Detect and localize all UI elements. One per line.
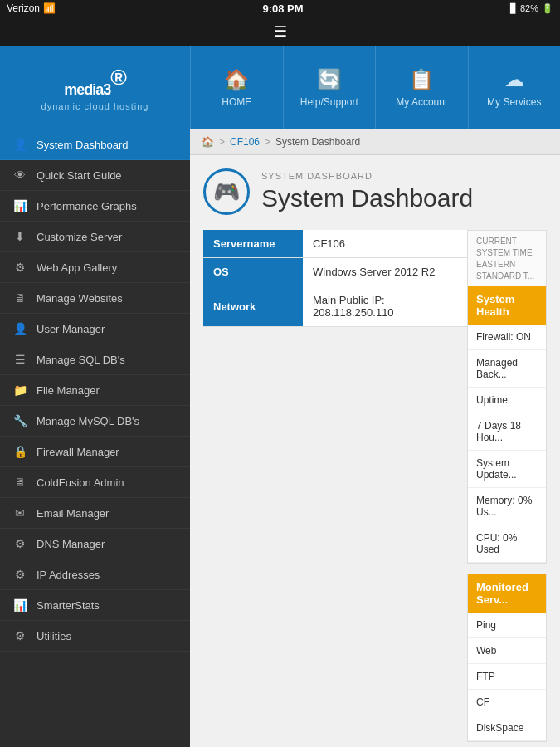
server-val-servername: CF106 <box>303 230 467 258</box>
content-area: 🏠 > CF106 > System Dashboard 🎮 SYSTEM DA… <box>190 129 560 747</box>
health-item-system-update: System Update... <box>468 451 546 488</box>
sidebar-label: Firewall Manager <box>37 446 119 458</box>
system-time-text: CURRENT SYSTEM TIME <box>476 236 538 259</box>
sidebar-label: Manage SQL DB's <box>37 354 125 366</box>
dashboard-circle-icon: 🎮 <box>203 168 250 215</box>
sidebar-item-coldfusion-admin[interactable]: 🖥 ColdFusion Admin <box>0 467 190 498</box>
sidebar: 👤 System Dashboard 👁 Quick Start Guide 📊… <box>0 129 190 747</box>
dashboard-gauge-icon: 🎮 <box>213 179 240 205</box>
performance-icon: 📊 <box>12 199 28 212</box>
system-time-sub: EASTERN STANDARD T... <box>476 259 538 282</box>
sidebar-item-firewall-manager[interactable]: 🔒 Firewall Manager <box>0 437 190 467</box>
sidebar-label: Manage MySQL DB's <box>37 415 139 427</box>
nav-items: 🏠 HOME 🔄 Help/Support 📋 My Account ☁ My … <box>190 46 560 129</box>
sidebar-label: File Manager <box>37 384 100 397</box>
system-health-panel: CURRENT SYSTEM TIME EASTERN STANDARD T..… <box>467 230 547 564</box>
customize-icon: ⬇ <box>12 230 28 243</box>
sidebar-item-email-manager[interactable]: ✉ Email Manager <box>0 498 190 529</box>
content-left: Servername CF106 OS Windows Server 2012 … <box>203 230 467 742</box>
server-key-servername: Servername <box>203 230 303 258</box>
page-title-row: 🎮 SYSTEM DASHBOARD System Dashboard <box>203 168 547 215</box>
monitored-item-web: Web <box>468 638 546 664</box>
nav-item-home[interactable]: 🏠 HOME <box>190 46 283 129</box>
nav-account-label: My Account <box>396 96 447 108</box>
logo-trademark: ® <box>110 65 126 90</box>
webapp-icon: ⚙ <box>12 261 28 274</box>
content-right: CURRENT SYSTEM TIME EASTERN STANDARD T..… <box>467 230 547 742</box>
nav-services-label: My Services <box>487 96 541 108</box>
carrier-label: Verizon <box>7 2 40 14</box>
account-icon: 📋 <box>409 68 434 91</box>
health-item-uptime-label: Uptime: <box>468 388 546 413</box>
breadcrumb-sep: > <box>219 136 225 148</box>
sidebar-label: IP Addresses <box>37 569 100 581</box>
battery-percent: 82% <box>520 3 538 13</box>
sidebar-label: SmarterStats <box>37 599 100 612</box>
monitored-item-cf: CF <box>468 690 546 715</box>
server-info-table: Servername CF106 OS Windows Server 2012 … <box>203 230 467 327</box>
sidebar-item-customize-server[interactable]: ⬇ Customize Server <box>0 222 190 252</box>
sidebar-item-ip-addresses[interactable]: ⚙ IP Addresses <box>0 559 190 590</box>
nav-item-help[interactable]: 🔄 Help/Support <box>283 46 376 129</box>
nav-help-label: Help/Support <box>300 96 358 108</box>
sidebar-label: Performance Graphs <box>37 200 137 212</box>
utilities-icon: ⚙ <box>12 629 28 642</box>
header: media3® dynamic cloud hosting 🏠 HOME 🔄 H… <box>0 46 560 129</box>
sidebar-label: System Dashboard <box>37 139 129 151</box>
sidebar-item-manage-mysql[interactable]: 🔧 Manage MySQL DB's <box>0 406 190 437</box>
nav-item-services[interactable]: ☁ My Services <box>468 46 561 129</box>
breadcrumb-home-icon[interactable]: 🏠 <box>202 136 214 148</box>
status-bar: Verizon 📶 9:08 PM ▊ 82% 🔋 <box>0 0 560 17</box>
section-label: SYSTEM DASHBOARD <box>261 171 473 181</box>
monitored-item-ftp: FTP <box>468 664 546 690</box>
sidebar-item-utilities[interactable]: ⚙ Utilities <box>0 621 190 652</box>
server-key-os: OS <box>203 258 303 286</box>
health-item-uptime-value: 7 Days 18 Hou... <box>468 413 546 451</box>
battery-icon: 🔋 <box>542 3 553 14</box>
nav-item-account[interactable]: 📋 My Account <box>375 46 468 129</box>
sidebar-label: Utilities <box>37 630 71 642</box>
wifi-icon: 📶 <box>43 2 56 14</box>
sidebar-item-manage-websites[interactable]: 🖥 Manage Websites <box>0 283 190 314</box>
sidebar-item-smarterstats[interactable]: 📊 SmarterStats <box>0 590 190 621</box>
health-item-cpu: CPU: 0% Used <box>468 525 546 563</box>
monitored-item-diskspace: DiskSpace <box>468 715 546 741</box>
logo-main: media3® <box>41 65 149 101</box>
dashboard-icon: 👤 <box>12 138 28 151</box>
system-time-label: CURRENT SYSTEM TIME EASTERN STANDARD T..… <box>468 231 546 286</box>
table-row: Servername CF106 <box>203 230 467 258</box>
sidebar-item-web-app-gallery[interactable]: ⚙ Web App Gallery <box>0 252 190 283</box>
ip-icon: ⚙ <box>12 568 28 581</box>
breadcrumb: 🏠 > CF106 > System Dashboard <box>190 129 560 155</box>
health-item-firewall: Firewall: ON <box>468 325 546 350</box>
sidebar-item-dns-manager[interactable]: ⚙ DNS Manager <box>0 529 190 559</box>
content-columns: Servername CF106 OS Windows Server 2012 … <box>203 230 547 742</box>
status-bar-time: 9:08 PM <box>262 2 303 15</box>
sidebar-item-file-manager[interactable]: 📁 File Manager <box>0 375 190 406</box>
firewall-icon: 🔒 <box>12 445 28 458</box>
health-item-memory: Memory: 0% Us... <box>468 488 546 525</box>
table-row: OS Windows Server 2012 R2 <box>203 258 467 286</box>
status-bar-right: ▊ 82% 🔋 <box>510 3 553 14</box>
nav-home-label: HOME <box>222 96 251 108</box>
hamburger-button[interactable]: ☰ <box>274 22 287 41</box>
email-icon: ✉ <box>12 506 28 520</box>
breadcrumb-current: System Dashboard <box>275 136 360 148</box>
sidebar-item-performance-graphs[interactable]: 📊 Performance Graphs <box>0 191 190 222</box>
mysql-icon: 🔧 <box>12 414 28 427</box>
logo: media3® dynamic cloud hosting <box>41 65 149 111</box>
status-bar-left: Verizon 📶 <box>7 2 56 14</box>
sidebar-item-quick-start[interactable]: 👁 Quick Start Guide <box>0 160 190 191</box>
sidebar-label: User Manager <box>37 323 105 335</box>
dashboard-content: 🎮 SYSTEM DASHBOARD System Dashboard Serv… <box>190 155 560 747</box>
breadcrumb-server[interactable]: CF106 <box>230 136 260 148</box>
main-layout: 👤 System Dashboard 👁 Quick Start Guide 📊… <box>0 129 560 747</box>
sidebar-item-user-manager[interactable]: 👤 User Manager <box>0 314 190 344</box>
page-title: System Dashboard <box>261 184 473 212</box>
server-val-network: Main Public IP: 208.118.250.110 <box>303 286 467 327</box>
sidebar-label: ColdFusion Admin <box>37 476 124 489</box>
sidebar-item-manage-sql[interactable]: ☰ Manage SQL DB's <box>0 344 190 375</box>
sidebar-label: Email Manager <box>37 507 109 520</box>
user-icon: 👤 <box>12 322 28 335</box>
sidebar-item-system-dashboard[interactable]: 👤 System Dashboard <box>0 129 190 160</box>
